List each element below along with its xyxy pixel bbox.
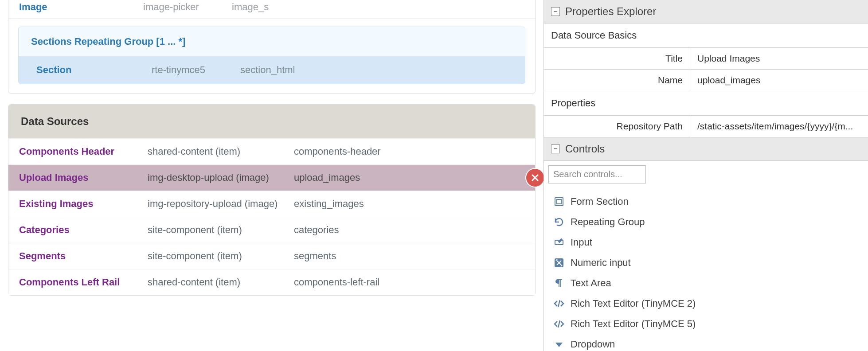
controls-header[interactable]: − Controls [544, 137, 868, 161]
controls-list: Form SectionRepeating GroupInputNumeric … [544, 188, 868, 351]
data-source-row[interactable]: Segmentssite-component (item)segments [8, 243, 535, 269]
data-source-name: Upload Images [19, 172, 148, 183]
prop-row-repo-path: Repository Path /static-assets/item/imag… [544, 116, 868, 137]
input-icon [552, 237, 566, 248]
svg-rect-2 [555, 198, 563, 206]
form-designer-main: Image image-picker image_s Sections Repe… [0, 0, 543, 351]
data-source-name: Existing Images [19, 198, 148, 210]
rg-child-type: rte-tinymce5 [152, 64, 240, 76]
data-source-type: img-repository-upload (image) [148, 198, 294, 210]
control-item[interactable]: Text Area [552, 273, 868, 293]
data-sources-panel: Data Sources Components Headershared-con… [8, 104, 536, 296]
collapse-icon[interactable]: − [551, 144, 560, 153]
data-source-basics-section: Data Source Basics Title Upload Images N… [544, 23, 868, 91]
repeating-group-box[interactable]: Sections Repeating Group [1 ... *] Secti… [18, 27, 525, 84]
data-source-variable: categories [294, 224, 339, 236]
prop-label-title: Title [544, 48, 690, 69]
control-item[interactable]: Dropdown [552, 334, 868, 351]
data-source-type: site-component (item) [148, 224, 294, 236]
control-item[interactable]: Numeric input [552, 253, 868, 273]
collapse-icon[interactable]: − [551, 7, 560, 16]
prop-label-repo-path: Repository Path [544, 116, 690, 137]
data-source-name: Components Left Rail [19, 277, 148, 288]
control-label: Rich Text Editor (TinyMCE 2) [571, 298, 696, 309]
data-source-row[interactable]: Components Left Railshared-content (item… [8, 269, 535, 295]
control-label: Dropdown [571, 339, 615, 350]
field-name: Image [19, 1, 143, 13]
prop-label-name: Name [544, 70, 690, 91]
properties-subheader: Properties [544, 91, 868, 116]
paragraph-icon [552, 278, 566, 289]
prop-value-repo-path[interactable]: /static-assets/item/images/{yyyy}/{m... [690, 116, 868, 137]
properties-section: Properties Repository Path /static-asset… [544, 91, 868, 137]
fields-panel: Image image-picker image_s Sections Repe… [8, 0, 536, 94]
control-item[interactable]: Rich Text Editor (TinyMCE 5) [552, 314, 868, 334]
data-source-type: shared-content (item) [148, 146, 294, 157]
svg-marker-8 [555, 343, 563, 347]
data-source-row[interactable]: Components Headershared-content (item)co… [8, 138, 535, 164]
control-label: Repeating Group [571, 216, 645, 228]
dropdown-icon [552, 339, 566, 350]
control-label: Rich Text Editor (TinyMCE 5) [571, 318, 696, 330]
numeric-icon [552, 257, 566, 268]
data-source-type: shared-content (item) [148, 277, 294, 288]
data-sources-header: Data Sources [8, 105, 535, 138]
controls-title: Controls [565, 143, 605, 155]
control-label: Numeric input [571, 257, 631, 269]
form-section-icon [552, 196, 566, 207]
data-source-name: Segments [19, 250, 148, 262]
rg-child-var: section_html [240, 64, 295, 76]
repeating-group-child-row[interactable]: Section rte-tinymce5 section_html [19, 56, 525, 84]
prop-row-title: Title Upload Images [544, 48, 868, 70]
data-source-row[interactable]: Upload Imagesimg-desktop-upload (image)u… [8, 164, 535, 191]
field-row-image[interactable]: Image image-picker image_s [8, 0, 535, 19]
prop-value-title[interactable]: Upload Images [690, 48, 868, 69]
control-item[interactable]: Form Section [552, 191, 868, 212]
data-source-variable: upload_images [294, 172, 360, 183]
data-source-variable: segments [294, 250, 336, 262]
repeat-icon [552, 217, 566, 227]
control-label: Input [571, 237, 592, 248]
control-item[interactable]: Input [552, 232, 868, 253]
code-icon [552, 319, 566, 329]
code-icon [552, 298, 566, 309]
properties-explorer-title: Properties Explorer [565, 5, 656, 18]
field-type: image-picker [143, 1, 232, 13]
data-source-name: Components Header [19, 146, 148, 157]
data-source-row[interactable]: Existing Imagesimg-repository-upload (im… [8, 191, 535, 217]
prop-value-name[interactable]: upload_images [690, 70, 868, 91]
svg-line-7 [558, 320, 560, 328]
prop-row-name: Name upload_images [544, 70, 868, 91]
data-source-variable: existing_images [294, 198, 364, 210]
control-label: Form Section [571, 196, 629, 207]
right-sidebar: − Properties Explorer Data Source Basics… [543, 0, 868, 351]
control-item[interactable]: Rich Text Editor (TinyMCE 2) [552, 293, 868, 314]
svg-line-6 [558, 300, 560, 307]
data-source-variable: components-header [294, 146, 381, 157]
data-source-row[interactable]: Categoriessite-component (item)categorie… [8, 217, 535, 243]
data-source-type: site-component (item) [148, 250, 294, 262]
control-item[interactable]: Repeating Group [552, 212, 868, 232]
data-source-variable: components-left-rail [294, 277, 379, 288]
delete-data-source-button[interactable] [526, 169, 543, 187]
basics-subheader: Data Source Basics [544, 23, 868, 48]
repeating-group-title: Sections Repeating Group [1 ... *] [19, 27, 525, 56]
data-source-name: Categories [19, 224, 148, 236]
rg-child-name: Section [36, 64, 152, 76]
data-source-type: img-desktop-upload (image) [148, 172, 294, 183]
controls-search-input[interactable] [548, 165, 646, 183]
control-label: Text Area [571, 277, 611, 289]
svg-rect-3 [557, 199, 561, 204]
properties-explorer-header[interactable]: − Properties Explorer [544, 0, 868, 23]
field-variable: image_s [232, 1, 269, 13]
